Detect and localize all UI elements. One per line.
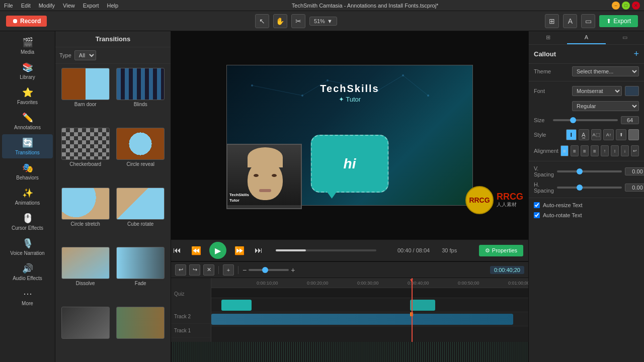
menu-edit[interactable]: Edit [21, 3, 31, 9]
tracks-area[interactable]: 0:00:10;00 0:00:20;00 0:00:30;00 0:00:40… [211, 278, 528, 342]
auto-rotate-checkbox[interactable] [534, 212, 540, 218]
fast-forward-button[interactable]: ⏭ [253, 244, 265, 257]
auto-rotate-label: Auto-rotate Text [543, 212, 582, 218]
v-spacing-input[interactable]: 0.00 [625, 167, 644, 175]
sidebar-item-audio-effects[interactable]: 🔊 Audio Effects [2, 260, 53, 284]
transition-item9[interactable] [59, 307, 112, 358]
align-middle-button[interactable]: ↕ [611, 145, 619, 156]
zoom-dropdown-icon: ▼ [327, 18, 333, 24]
sidebar-label-behaviors: Behaviors [16, 175, 38, 180]
redo-button[interactable]: ↪ [189, 264, 200, 276]
align-center-button[interactable]: ≡ [571, 145, 579, 156]
svg-line-10 [403, 75, 428, 96]
undo-button[interactable]: ↩ [175, 264, 186, 276]
delete-button[interactable]: ✕ [203, 264, 214, 276]
divider2 [529, 161, 644, 161]
menu-help[interactable]: Help [107, 3, 119, 9]
record-button[interactable]: ⏺ Record [6, 16, 47, 27]
v-spacing-label: V. Spacing [534, 165, 554, 177]
rewind-button[interactable]: ⏮ [171, 244, 183, 257]
auto-resize-checkbox[interactable] [534, 202, 540, 208]
add-track-button[interactable]: + [223, 264, 234, 276]
transition-item10[interactable] [115, 307, 167, 358]
sidebar-item-transitions[interactable]: 🔄 Transitions [2, 134, 53, 158]
color1-button[interactable] [628, 129, 639, 140]
bold-button[interactable]: I [566, 129, 577, 140]
align-right-button[interactable]: ≡ [581, 145, 589, 156]
transition-circle-reveal[interactable]: Circle reveal [115, 128, 167, 185]
close-button[interactable]: ✕ [632, 2, 640, 10]
align-left-button[interactable]: ≡ [560, 145, 569, 156]
size-slider[interactable] [553, 119, 618, 121]
left-sidebar: 🎬 Media 📚 Library ⭐ Favorites ✏️ Annotat… [0, 31, 55, 362]
transition-cube-rotate[interactable]: Cube rotate [115, 188, 167, 244]
transition-dissolve[interactable]: Dissolve [59, 247, 112, 304]
transition-blinds[interactable]: Blinds [115, 68, 167, 125]
crop-tool[interactable]: ✂ [291, 14, 305, 28]
tab-visual-props[interactable]: ⊞ [529, 31, 567, 44]
step-forward-button[interactable]: ⏩ [232, 244, 247, 257]
clip-track2-2[interactable] [410, 300, 435, 311]
menu-modify[interactable]: Modify [39, 3, 55, 9]
v-spacing-slider[interactable] [557, 170, 622, 172]
step-back-button[interactable]: ⏪ [189, 244, 203, 257]
font-color-picker[interactable] [625, 86, 639, 96]
hand-tool[interactable]: ✋ [273, 14, 287, 28]
menu-view[interactable]: View [63, 3, 75, 9]
strikethrough-button[interactable]: A↑ [603, 129, 614, 140]
clip-track1-main[interactable] [211, 314, 513, 325]
italic-button[interactable]: A̲ [579, 129, 589, 140]
h-spacing-label: H. Spacing [534, 182, 554, 194]
sidebar-item-library[interactable]: 📚 Library [2, 59, 53, 83]
sidebar-item-more[interactable]: ⋯ More [2, 285, 53, 309]
align-top-button[interactable]: ↑ [601, 145, 609, 156]
filter-select[interactable]: All [74, 50, 96, 60]
sidebar-label-transitions: Transitions [15, 150, 40, 155]
transition-checkerboard[interactable]: Checkerboard [59, 128, 112, 185]
properties-button[interactable]: ⚙ Properties [479, 245, 523, 256]
font-select[interactable]: Montserrat [572, 86, 622, 96]
webcam-brand: TechSkills Tutor [229, 193, 249, 203]
font-style-select[interactable]: Regular Bold Italic [572, 101, 639, 111]
zoom-slider[interactable] [249, 269, 289, 271]
size-input[interactable]: 64 [621, 116, 639, 124]
tab-callout[interactable]: A [567, 31, 605, 44]
superscript-button[interactable]: ⬆ [616, 129, 626, 140]
h-spacing-slider[interactable] [557, 187, 622, 189]
underline-button[interactable]: A⬚ [591, 129, 602, 140]
zoom-in-button[interactable]: + [291, 266, 295, 274]
transition-circle-stretch[interactable]: Circle stretch [59, 188, 112, 244]
maximize-button[interactable]: □ [622, 2, 630, 10]
tab-settings[interactable]: ▭ [606, 31, 644, 44]
sidebar-item-annotations[interactable]: ✏️ Annotations [2, 109, 53, 133]
align-justify-button[interactable]: ≡ [591, 145, 599, 156]
zoom-out-button[interactable]: − [243, 266, 247, 274]
progress-bar[interactable] [276, 249, 376, 251]
play-button[interactable]: ▶ [209, 242, 226, 259]
h-spacing-input[interactable]: 0.00 [625, 184, 644, 192]
zoom-control[interactable]: 51% ▼ [309, 17, 337, 26]
transition-thumb-cube-rotate [116, 188, 165, 220]
align-bottom-button[interactable]: ↓ [621, 145, 629, 156]
rtl-button[interactable]: ↩ [631, 145, 639, 156]
transition-barn-door[interactable]: Barn door [59, 68, 112, 125]
cursor-tool[interactable]: ↖ [255, 14, 269, 28]
panel-icon-3[interactable]: ▭ [581, 14, 595, 28]
sidebar-item-behaviors[interactable]: 🎭 Behaviors [2, 159, 53, 184]
transition-fade[interactable]: Fade [115, 247, 167, 304]
sidebar-item-animations[interactable]: ✨ Animations [2, 185, 53, 209]
sidebar-item-favorites[interactable]: ⭐ Favorites [2, 84, 53, 108]
sidebar-item-media[interactable]: 🎬 Media [2, 34, 53, 58]
theme-select[interactable]: Select theme... [572, 66, 639, 76]
rrcg-sub: 人人素材 [497, 201, 523, 208]
sidebar-item-voice-narration[interactable]: 🎙️ Voice Narration [2, 235, 53, 259]
export-button[interactable]: ⬆ Export [599, 15, 638, 27]
callout-add-button[interactable]: + [633, 49, 639, 59]
menu-export[interactable]: Export [83, 3, 99, 9]
panel-icon-2[interactable]: A [563, 14, 577, 28]
minimize-button[interactable]: – [612, 2, 620, 10]
menu-file[interactable]: File [4, 3, 13, 9]
panel-icon-1[interactable]: ⊞ [545, 14, 559, 28]
sidebar-item-cursor-effects[interactable]: 🖱️ Cursor Effects [2, 210, 53, 234]
clip-track2-1[interactable] [221, 300, 252, 311]
